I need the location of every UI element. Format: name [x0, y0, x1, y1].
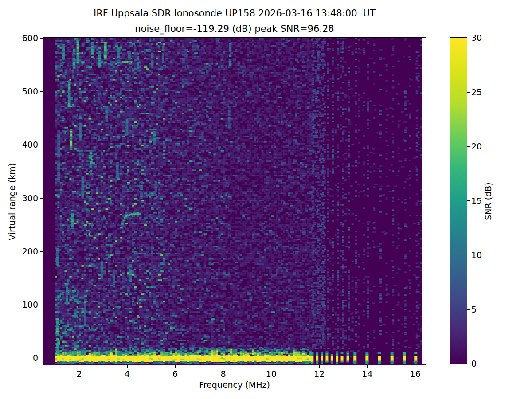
colorbar-tick-mark	[467, 92, 470, 92]
heatmap-canvas	[43, 38, 426, 364]
colorbar-tick-label: 0	[471, 359, 498, 369]
x-tick-mark	[79, 365, 79, 368]
colorbar-tick-mark	[467, 146, 470, 147]
y-tick-label: 100	[8, 300, 38, 310]
y-tick-label: 600	[8, 33, 38, 43]
x-tick-label: 4	[114, 369, 141, 379]
colorbar-tick-label: 5	[471, 305, 498, 315]
y-tick-label: 400	[8, 140, 38, 150]
x-tick-label: 10	[258, 369, 285, 379]
figure-root: IRF Uppsala SDR Ionosonde UP158 2026-03-…	[0, 0, 532, 399]
y-tick-mark	[40, 305, 43, 305]
x-tick-label: 12	[306, 369, 332, 379]
y-tick-mark	[40, 198, 43, 198]
x-tick-label: 8	[210, 369, 236, 379]
colorbar-tick-mark	[467, 309, 470, 309]
colorbar-tick-mark	[467, 38, 470, 38]
plot-subtitle: noise_floor=-119.29 (dB) peak SNR=96.28	[43, 23, 426, 34]
x-tick-label: 16	[402, 369, 429, 379]
x-tick-mark	[367, 365, 368, 368]
x-tick-label: 2	[66, 369, 93, 379]
y-tick-label: 0	[8, 353, 38, 363]
x-tick-mark	[319, 365, 319, 368]
colorbar-tick-mark	[467, 200, 470, 201]
x-tick-mark	[415, 365, 415, 368]
y-tick-mark	[40, 145, 43, 145]
y-tick-label: 200	[8, 246, 38, 257]
colorbar-gradient	[450, 38, 467, 364]
colorbar	[450, 37, 467, 364]
colorbar-tick-mark	[467, 364, 470, 364]
y-tick-mark	[40, 91, 43, 92]
x-tick-mark	[175, 365, 175, 368]
plot-area	[43, 37, 426, 365]
x-tick-label: 6	[162, 369, 188, 379]
y-tick-label: 300	[8, 193, 38, 203]
y-tick-mark	[40, 251, 43, 252]
x-tick-mark	[127, 365, 127, 368]
y-tick-mark	[40, 38, 43, 39]
y-tick-label: 500	[8, 86, 38, 97]
colorbar-tick-label: 30	[471, 33, 498, 43]
x-axis-label: Frequency (MHz)	[43, 380, 426, 390]
x-tick-mark	[223, 365, 223, 368]
colorbar-label: SNR (dB)	[483, 113, 495, 290]
x-tick-mark	[271, 365, 271, 368]
x-tick-label: 14	[354, 369, 380, 379]
plot-title: IRF Uppsala SDR Ionosonde UP158 2026-03-…	[43, 8, 426, 19]
y-tick-mark	[40, 358, 43, 358]
colorbar-tick-mark	[467, 255, 470, 255]
colorbar-tick-label: 25	[471, 87, 498, 98]
